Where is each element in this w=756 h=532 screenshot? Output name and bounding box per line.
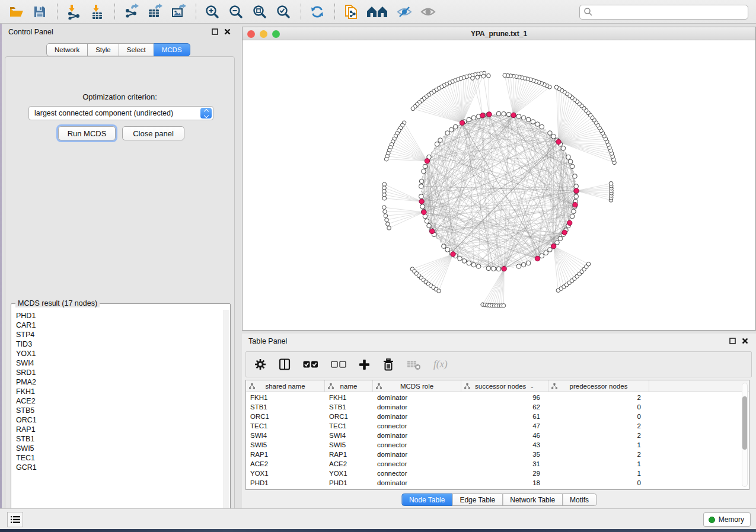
mcds-result-item[interactable]: FKH1 <box>16 387 221 396</box>
cell-predecessor_nodes[interactable]: 0 <box>548 413 649 420</box>
table-row[interactable]: STB1STB1dominator620 <box>246 402 749 412</box>
cell-successor_nodes[interactable]: 62 <box>461 403 548 411</box>
mcds-result-item[interactable]: SWI4 <box>16 358 221 368</box>
cell-name[interactable]: YOX1 <box>325 470 373 477</box>
cell-shared_name[interactable]: RAP1 <box>246 451 325 458</box>
cell-successor_nodes[interactable]: 96 <box>461 394 548 401</box>
mcds-result-item[interactable]: PMA2 <box>16 377 221 387</box>
zoom-out-icon[interactable] <box>227 3 245 21</box>
minimize-window-icon[interactable] <box>260 30 267 38</box>
cell-shared_name[interactable]: FKH1 <box>246 394 325 401</box>
cell-name[interactable]: ORC1 <box>325 413 373 420</box>
criterion-dropdown[interactable]: largest connected component (undirected) <box>28 106 213 120</box>
cell-name[interactable]: RAP1 <box>325 451 373 458</box>
mcds-result-item[interactable]: ORC1 <box>16 415 221 425</box>
mcds-result-item[interactable]: STB5 <box>16 406 221 415</box>
close-panel-button[interactable]: Close panel <box>122 126 184 140</box>
maximize-window-icon[interactable] <box>272 30 280 38</box>
table-row[interactable]: RAP1RAP1dominator352 <box>246 450 749 459</box>
cell-successor_nodes[interactable]: 61 <box>461 413 548 420</box>
cell-shared_name[interactable]: STB1 <box>246 403 325 411</box>
cell-predecessor_nodes[interactable]: 2 <box>548 422 649 430</box>
memory-button[interactable]: Memory <box>703 512 751 527</box>
cell-shared_name[interactable]: ORC1 <box>246 413 325 420</box>
zoom-fit-icon[interactable] <box>251 3 269 21</box>
column-header-successor-nodes[interactable]: successor nodes⌄ <box>461 380 548 392</box>
cell-name[interactable]: TEC1 <box>325 422 373 430</box>
cell-predecessor_nodes[interactable]: 1 <box>548 441 649 448</box>
cell-predecessor_nodes[interactable]: 1 <box>548 460 649 467</box>
export-table-icon[interactable] <box>146 3 164 21</box>
cell-mcds_role[interactable]: connector <box>373 470 461 477</box>
cell-mcds_role[interactable]: connector <box>373 460 461 467</box>
cell-mcds_role[interactable]: dominator <box>373 394 461 401</box>
first-neighbors-icon[interactable] <box>366 3 390 21</box>
column-header-predecessor-nodes[interactable]: predecessor nodes <box>548 380 649 392</box>
close-window-icon[interactable] <box>247 30 255 38</box>
refresh-layout-icon[interactable] <box>308 3 326 21</box>
hide-selected-icon[interactable] <box>395 3 413 21</box>
mcds-result-item[interactable]: TID3 <box>16 339 221 349</box>
tab-style[interactable]: Style <box>87 43 119 56</box>
cell-predecessor_nodes[interactable]: 2 <box>548 394 649 401</box>
cell-successor_nodes[interactable]: 29 <box>461 470 548 477</box>
table-row[interactable]: SWI4SWI4dominator462 <box>246 431 749 440</box>
cell-mcds_role[interactable]: connector <box>373 441 461 448</box>
export-network-icon[interactable] <box>122 3 140 21</box>
save-session-icon[interactable] <box>31 3 49 21</box>
cell-name[interactable]: ACE2 <box>325 460 373 467</box>
run-mcds-button[interactable]: Run MCDS <box>58 126 116 140</box>
table-row[interactable]: FKH1FKH1dominator962 <box>246 393 749 402</box>
mcds-result-item[interactable]: STB1 <box>16 434 221 444</box>
mcds-result-item[interactable]: ACE2 <box>16 396 221 406</box>
tab-network-table[interactable]: Network Table <box>502 493 563 506</box>
table-row[interactable]: YOX1YOX1connector291 <box>246 469 749 478</box>
tab-node-table[interactable]: Node Table <box>401 493 453 506</box>
mcds-result-item[interactable]: SWI5 <box>16 444 221 453</box>
mcds-result-item[interactable]: CAR1 <box>16 321 221 330</box>
column-header-shared-name[interactable]: shared name <box>246 380 325 392</box>
import-network-icon[interactable] <box>65 3 82 21</box>
cell-mcds_role[interactable]: dominator <box>373 403 461 411</box>
cell-successor_nodes[interactable]: 46 <box>461 432 548 439</box>
cell-shared_name[interactable]: SWI5 <box>246 441 325 448</box>
mcds-result-item[interactable]: PHD1 <box>16 311 221 321</box>
tab-motifs[interactable]: Motifs <box>562 493 596 506</box>
cell-successor_nodes[interactable]: 43 <box>461 441 548 448</box>
mcds-result-item[interactable]: TEC1 <box>16 453 221 463</box>
cell-shared_name[interactable]: TEC1 <box>246 422 325 430</box>
cell-predecessor_nodes[interactable]: 0 <box>548 403 649 411</box>
cell-shared_name[interactable]: ACE2 <box>246 460 325 467</box>
export-image-icon[interactable] <box>170 3 187 21</box>
cell-name[interactable]: FKH1 <box>325 394 373 401</box>
zoom-in-icon[interactable] <box>203 3 221 21</box>
mcds-result-item[interactable]: RAP1 <box>16 425 221 434</box>
cell-mcds_role[interactable]: connector <box>373 422 461 430</box>
network-graph[interactable] <box>243 40 755 330</box>
mcds-result-item[interactable]: GCR1 <box>16 463 221 472</box>
table-row[interactable]: TEC1TEC1connector472 <box>246 421 749 431</box>
select-all-icon[interactable] <box>303 360 318 368</box>
table-row[interactable]: ACE2ACE2connector311 <box>246 459 749 469</box>
mcds-result-item[interactable]: STP4 <box>16 330 221 339</box>
cell-name[interactable]: PHD1 <box>325 479 373 486</box>
table-row[interactable]: SWI5SWI5connector431 <box>246 440 749 450</box>
cell-predecessor_nodes[interactable]: 2 <box>548 432 649 439</box>
tab-select[interactable]: Select <box>119 43 154 56</box>
cell-successor_nodes[interactable]: 35 <box>461 451 548 458</box>
close-panel-icon[interactable] <box>224 28 231 36</box>
cell-mcds_role[interactable]: dominator <box>373 413 461 420</box>
delete-column-icon[interactable] <box>382 358 394 371</box>
cell-shared_name[interactable]: YOX1 <box>246 470 325 477</box>
cell-name[interactable]: SWI4 <box>325 432 373 439</box>
cell-shared_name[interactable]: SWI4 <box>246 432 325 439</box>
cell-successor_nodes[interactable]: 18 <box>461 479 548 486</box>
open-session-icon[interactable] <box>7 3 25 21</box>
column-header-MCDS-role[interactable]: MCDS role <box>373 380 461 392</box>
cell-successor_nodes[interactable]: 31 <box>461 460 548 467</box>
table-scrollbar-thumb[interactable] <box>742 396 747 450</box>
search-input[interactable] <box>579 5 748 20</box>
network-canvas[interactable] <box>243 40 755 330</box>
mcds-result-item[interactable]: YOX1 <box>16 349 221 358</box>
deselect-all-icon[interactable] <box>331 360 346 368</box>
